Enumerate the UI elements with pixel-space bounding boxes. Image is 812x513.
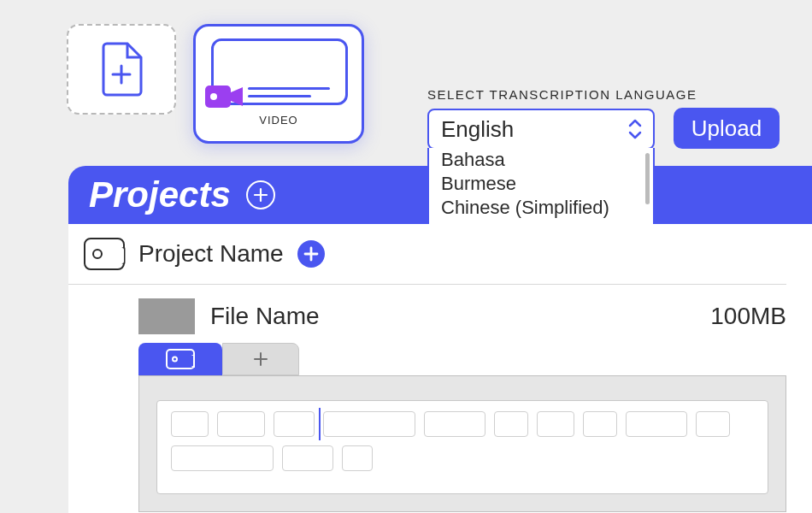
editor-document[interactable] <box>156 400 768 494</box>
new-file-card[interactable] <box>67 24 176 115</box>
video-card-lines <box>248 82 330 97</box>
language-option[interactable]: Bahasa <box>429 148 653 172</box>
word-token[interactable] <box>424 411 485 437</box>
camera-icon <box>84 238 125 270</box>
word-token[interactable] <box>282 445 333 471</box>
plus-icon <box>252 351 269 368</box>
word-token[interactable] <box>583 411 617 437</box>
editor-panel <box>138 375 786 512</box>
file-plus-icon <box>98 42 144 97</box>
file-row: File Name 100MB <box>68 285 812 343</box>
add-project-button[interactable] <box>246 180 275 209</box>
project-name: Project Name <box>138 240 284 268</box>
word-token[interactable] <box>626 411 687 437</box>
text-cursor <box>319 408 321 440</box>
project-row: Project Name <box>68 224 786 285</box>
svg-rect-0 <box>205 86 231 108</box>
word-token[interactable] <box>537 411 574 437</box>
video-camera-icon <box>205 82 243 111</box>
editor-line <box>171 411 754 437</box>
language-select[interactable]: English <box>427 109 655 150</box>
language-option[interactable]: Chinese (Simplified) <box>429 196 653 220</box>
word-token[interactable] <box>696 411 730 437</box>
tab-video[interactable] <box>138 343 222 375</box>
add-file-button[interactable] <box>297 240 325 268</box>
projects-heading: Projects <box>89 174 231 215</box>
scrollbar-thumb[interactable] <box>645 153 650 204</box>
tab-add[interactable] <box>222 343 299 375</box>
camera-icon <box>166 349 195 369</box>
word-token[interactable] <box>171 411 209 437</box>
svg-point-1 <box>210 93 217 100</box>
file-size: 100MB <box>710 303 786 330</box>
editor-line <box>171 445 754 471</box>
content-area: Project Name File Name 100MB <box>68 224 812 513</box>
language-selected-value: English <box>441 116 514 143</box>
upload-button[interactable]: Upload <box>674 108 780 149</box>
video-card[interactable]: VIDEO <box>193 24 364 144</box>
language-select-label: SELECT TRANSCRIPTION LANGUAGE <box>427 87 697 102</box>
word-token[interactable] <box>171 445 274 471</box>
chevron-updown-icon <box>627 117 643 141</box>
video-card-frame <box>211 38 348 105</box>
word-token[interactable] <box>217 411 265 437</box>
word-token[interactable] <box>494 411 528 437</box>
language-option[interactable]: Burmese <box>429 172 653 196</box>
plus-icon <box>253 187 268 203</box>
word-token[interactable] <box>323 411 415 437</box>
file-name: File Name <box>210 303 695 330</box>
file-thumbnail <box>138 298 195 334</box>
word-token[interactable] <box>342 445 373 471</box>
editor-tabs <box>138 343 786 375</box>
word-token[interactable] <box>274 411 315 437</box>
video-card-label: VIDEO <box>211 114 346 127</box>
plus-icon <box>303 246 319 262</box>
